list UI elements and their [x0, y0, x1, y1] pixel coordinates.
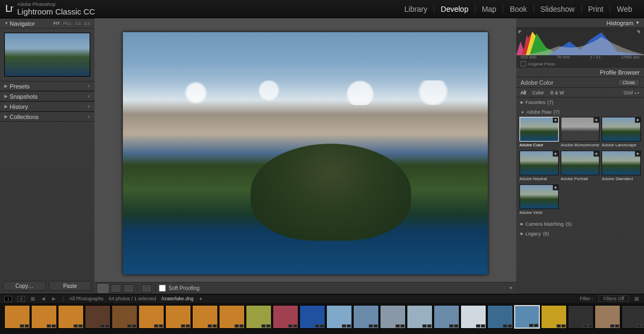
- filmstrip-infobar: 1 2 ▦ ◀ ▶ | All Photographs 64 photos / …: [0, 294, 644, 303]
- panel-action-icon[interactable]: +: [87, 84, 90, 89]
- filter-all[interactable]: All: [521, 90, 526, 95]
- monitor-1-button[interactable]: 1: [4, 296, 12, 302]
- profile-adobe-portrait[interactable]: ★Adobe Portrait: [561, 151, 600, 182]
- filmstrip-thumb[interactable]: [380, 305, 406, 329]
- profile-adobe-standard[interactable]: ★Adobe Standard: [602, 151, 641, 182]
- module-map[interactable]: Map: [475, 5, 503, 13]
- favorite-star-icon[interactable]: ★: [553, 151, 558, 157]
- filmstrip-thumb[interactable]: [4, 305, 30, 329]
- favorites-section[interactable]: ▶ Favorites (7): [516, 98, 644, 107]
- filmstrip-thumb[interactable]: [434, 305, 459, 329]
- nav-back-icon[interactable]: ◀: [41, 296, 47, 301]
- zoom-3:1[interactable]: 3:1: [84, 21, 90, 26]
- module-library[interactable]: Library: [398, 5, 435, 13]
- paste-button[interactable]: Paste: [49, 281, 91, 291]
- compare-view-button[interactable]: [111, 284, 121, 293]
- zoom-fill[interactable]: FILL: [63, 21, 72, 26]
- chevron-right-icon: ▶: [4, 94, 10, 99]
- grid-icon[interactable]: ▦: [31, 296, 36, 301]
- copy-button[interactable]: Copy…: [3, 281, 46, 291]
- thumb-badges: [396, 324, 405, 328]
- filmstrip-thumb[interactable]: [31, 305, 57, 329]
- favorite-star-icon[interactable]: ★: [635, 151, 640, 157]
- filmstrip-thumb[interactable]: [460, 305, 486, 329]
- image-viewport[interactable]: [94, 18, 516, 282]
- filmstrip-thumb[interactable]: [353, 305, 379, 329]
- profile-adobe-landscape[interactable]: ★Adobe Landscape: [602, 117, 641, 149]
- panel-presets[interactable]: ▶Presets+: [0, 81, 94, 91]
- soft-proofing-checkbox[interactable]: [159, 285, 166, 292]
- filmstrip-thumb[interactable]: [621, 305, 644, 329]
- navigator-header[interactable]: ▼ Navigator FITFILL1:13:1: [0, 18, 94, 28]
- breadcrumb[interactable]: All Photographs: [69, 296, 104, 301]
- module-book[interactable]: Book: [503, 5, 534, 13]
- favorite-star-icon[interactable]: ★: [594, 117, 599, 123]
- favorite-star-icon[interactable]: ★: [594, 151, 599, 157]
- filmstrip-thumb[interactable]: [568, 305, 594, 329]
- filmstrip-thumb[interactable]: [58, 305, 84, 329]
- module-slideshow[interactable]: Slideshow: [534, 5, 582, 13]
- panel-title: History: [10, 103, 87, 110]
- legacy-section[interactable]: ▶ Legacy (6): [516, 229, 644, 239]
- monitor-2-button[interactable]: 2: [17, 296, 25, 302]
- filmstrip-thumb[interactable]: [541, 305, 567, 329]
- panel-action-icon[interactable]: +: [87, 114, 90, 120]
- camera-matching-section[interactable]: ▶ Camera Matching (5): [516, 219, 644, 229]
- filmstrip-thumb[interactable]: [487, 305, 513, 329]
- ref-view-button[interactable]: [141, 284, 152, 293]
- favorite-star-icon[interactable]: ★: [635, 117, 640, 123]
- close-button[interactable]: Close: [618, 79, 640, 86]
- filmstrip-thumb[interactable]: [192, 305, 218, 329]
- panel-action-icon[interactable]: +: [87, 94, 90, 99]
- shadow-clip-icon[interactable]: ◤: [518, 29, 524, 34]
- filmstrip-thumb[interactable]: [112, 305, 137, 329]
- zoom-1:1[interactable]: 1:1: [75, 21, 81, 26]
- soft-proofing-toggle[interactable]: Soft Proofing: [159, 285, 200, 292]
- filmstrip-thumb[interactable]: [165, 305, 191, 329]
- filmstrip-thumb[interactable]: [299, 305, 325, 329]
- toolbar-more-icon[interactable]: ▼: [509, 286, 513, 291]
- profile-adobe-vivid[interactable]: ★Adobe Vivid: [519, 184, 559, 216]
- histogram[interactable]: ◤ ◥ ISO 800 75 mm ƒ / 11 1/500 sec Origi…: [516, 28, 644, 68]
- filmstrip[interactable]: [0, 303, 644, 334]
- before-after-button[interactable]: [123, 284, 134, 293]
- panel-collections[interactable]: ▶Collections+: [0, 112, 94, 122]
- filmstrip-thumb[interactable]: [407, 305, 433, 329]
- profile-adobe-neutral[interactable]: ★Adobe Neutral: [519, 151, 559, 182]
- loupe-view-button[interactable]: [98, 284, 108, 293]
- panel-action-icon[interactable]: ×: [87, 104, 90, 109]
- filmstrip-thumb[interactable]: [138, 305, 164, 329]
- navigator-preview[interactable]: [4, 33, 90, 77]
- nav-fwd-icon[interactable]: ▶: [52, 296, 57, 301]
- thumb-badges: [74, 324, 83, 328]
- profile-adobe-monochrome[interactable]: ★Adobe Monochrome: [561, 117, 600, 149]
- grid-view-toggle[interactable]: Grid▲▼: [624, 90, 640, 95]
- filmstrip-thumb[interactable]: [219, 305, 245, 329]
- panel-history[interactable]: ▶History×: [0, 101, 94, 112]
- profile-adobe-color[interactable]: ★Adobe Color: [519, 117, 559, 149]
- filmstrip-thumb[interactable]: [85, 305, 111, 329]
- filmstrip-thumb[interactable]: [595, 305, 620, 329]
- filmstrip-thumb[interactable]: [326, 305, 352, 329]
- zoom-levels[interactable]: FITFILL1:13:1: [54, 21, 90, 26]
- module-web[interactable]: Web: [610, 5, 639, 13]
- adobe-raw-section[interactable]: ▼ Adobe Raw (7): [516, 107, 644, 117]
- filmstrip-thumb[interactable]: [246, 305, 272, 329]
- lock-icon[interactable]: ▦: [634, 296, 640, 301]
- zoom-fit[interactable]: FIT: [54, 21, 60, 26]
- profile-browser-header[interactable]: Profile Browser: [516, 68, 644, 77]
- highlight-clip-icon[interactable]: ◥: [636, 29, 642, 34]
- filter-bw[interactable]: B & W: [551, 90, 565, 95]
- original-photo-toggle[interactable]: Original Photo: [521, 61, 555, 66]
- histogram-header[interactable]: Histogram▼: [516, 18, 644, 28]
- panel-snapshots[interactable]: ▶Snapshots+: [0, 91, 94, 101]
- module-print[interactable]: Print: [582, 5, 611, 13]
- filter-color[interactable]: Color: [532, 90, 544, 95]
- favorite-star-icon[interactable]: ★: [553, 117, 558, 123]
- filmstrip-thumb[interactable]: [273, 305, 298, 329]
- favorite-star-icon[interactable]: ★: [553, 185, 558, 190]
- filter-dropdown[interactable]: Filters Off: [598, 295, 629, 302]
- module-develop[interactable]: Develop: [434, 5, 475, 13]
- filmstrip-thumb[interactable]: [514, 305, 540, 329]
- section-count: (6): [543, 231, 549, 236]
